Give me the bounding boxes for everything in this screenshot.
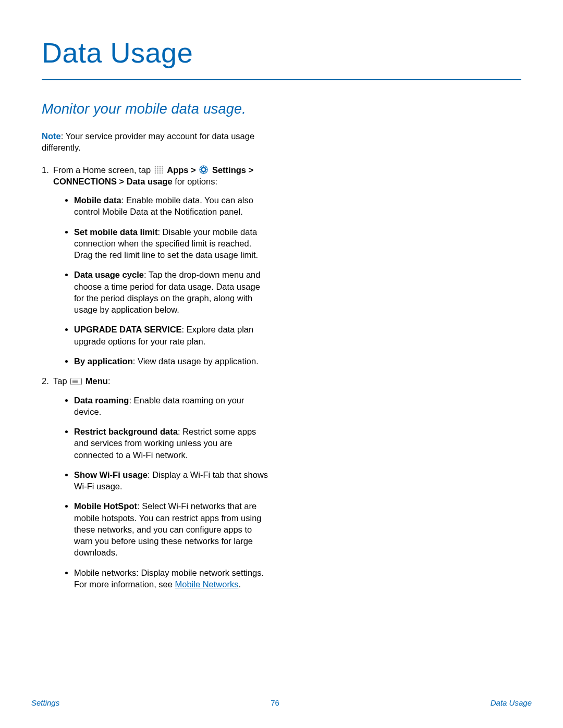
svg-line-22	[201, 167, 201, 167]
step-1: 1. From a Home screen, tap Apps >	[42, 164, 271, 367]
step-2-text-before: Tap	[53, 376, 69, 386]
svg-line-25	[206, 167, 206, 167]
svg-point-13	[157, 172, 158, 174]
svg-point-12	[154, 172, 156, 174]
list-item: Mobile networks: Display mobile network …	[74, 567, 271, 590]
svg-point-14	[159, 172, 161, 174]
footer-page-number: 76	[271, 698, 279, 707]
list-item: Restrict background data: Restrict some …	[74, 426, 271, 461]
list-item: Mobile HotSpot: Select Wi-Fi networks th…	[74, 500, 271, 558]
svg-point-11	[162, 170, 163, 171]
svg-point-8	[154, 170, 156, 171]
svg-point-17	[202, 167, 206, 171]
svg-point-7	[162, 168, 163, 169]
step-1-text-after: for options:	[173, 177, 217, 186]
list-item: UPGRADE DATA SERVICE: Explore data plan …	[74, 324, 271, 347]
title-rule	[42, 79, 521, 80]
svg-line-24	[201, 171, 201, 172]
subtitle: Monitor your mobile data usage.	[42, 101, 521, 117]
svg-point-2	[159, 166, 161, 167]
mobile-networks-link[interactable]: Mobile Networks	[175, 579, 239, 589]
page-footer: Settings 76 Data Usage	[31, 698, 532, 707]
gt-1: >	[189, 165, 199, 175]
list-item: Data usage cycle: Tap the drop-down menu…	[74, 269, 271, 315]
note-label: Note	[42, 131, 61, 141]
svg-point-10	[159, 170, 161, 171]
content-column: Note: Your service provider may account …	[42, 130, 271, 590]
menu-label: Menu	[85, 376, 108, 386]
note-text: : Your service provider may account for …	[42, 131, 254, 152]
step-1-bullets: Mobile data: Enable mobile data. You can…	[53, 194, 271, 367]
step-2-number: 2.	[42, 375, 49, 387]
svg-point-9	[157, 170, 158, 171]
page-title: Data Usage	[42, 36, 521, 69]
list-item: Show Wi-Fi usage: Display a Wi-Fi tab th…	[74, 469, 271, 492]
svg-point-15	[162, 172, 163, 174]
step-1-text-before: From a Home screen, tap	[53, 165, 153, 175]
menu-icon	[70, 376, 82, 384]
step-2: 2. Tap Menu: Data roaming: Enable data r…	[42, 375, 271, 590]
list-item: Data roaming: Enable data roaming on you…	[74, 394, 271, 418]
svg-point-6	[159, 168, 161, 169]
apps-icon	[154, 165, 164, 174]
svg-point-3	[162, 166, 163, 167]
svg-point-1	[157, 166, 158, 167]
list-item: Set mobile data limit: Disable your mobi…	[74, 226, 271, 261]
svg-point-0	[154, 166, 156, 167]
step-2-colon: :	[108, 376, 111, 386]
step-2-bullets: Data roaming: Enable data roaming on you…	[53, 394, 271, 590]
settings-label: Settings	[212, 165, 246, 175]
step-1-number: 1.	[42, 164, 49, 176]
footer-right: Data Usage	[491, 698, 532, 707]
footer-left: Settings	[31, 698, 59, 707]
apps-label: Apps	[167, 165, 188, 175]
svg-point-4	[154, 168, 156, 169]
list-item: Mobile data: Enable mobile data. You can…	[74, 194, 271, 218]
svg-point-5	[157, 168, 158, 169]
settings-icon	[199, 165, 209, 174]
note-paragraph: Note: Your service provider may account …	[42, 130, 271, 154]
svg-line-23	[206, 171, 206, 172]
list-item: By application: View data usage by appli…	[74, 355, 271, 367]
